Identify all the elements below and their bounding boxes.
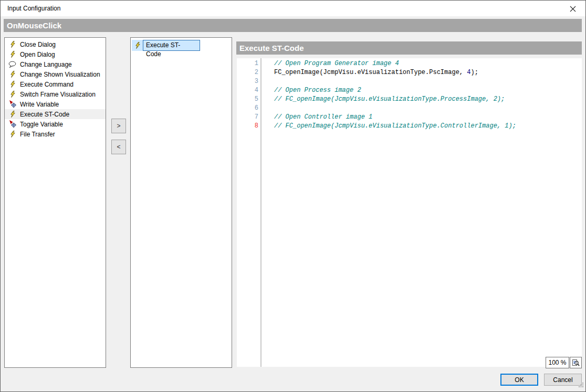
title-bar: Input Configuration bbox=[1, 1, 585, 16]
action-item[interactable]: Change Shown Visualization bbox=[5, 69, 106, 79]
line-number: 3 bbox=[237, 77, 261, 86]
variable-icon bbox=[8, 120, 16, 128]
variable-icon bbox=[8, 100, 16, 108]
action-item[interactable]: Open Dialog bbox=[5, 49, 106, 59]
code-line-text: // FC_openImage(JcmpVisu.eVisualizationT… bbox=[261, 95, 505, 104]
line-number: 7 bbox=[237, 113, 261, 122]
action-item[interactable]: Close Dialog bbox=[5, 39, 106, 49]
zoom-level-field[interactable]: 100 % bbox=[546, 357, 569, 368]
code-line-text: FC_openImage(JcmpVisu.eVisualizationType… bbox=[261, 68, 478, 77]
action-item[interactable]: Write Variable bbox=[5, 99, 106, 109]
remove-action-button[interactable]: < bbox=[111, 140, 126, 154]
code-line: 4// Open Process image 2 bbox=[237, 86, 582, 95]
action-item[interactable]: Toggle Variable bbox=[5, 119, 106, 129]
resize-grip[interactable] bbox=[579, 380, 584, 390]
lightning-icon bbox=[133, 41, 141, 49]
lightning-icon bbox=[8, 110, 16, 118]
action-item-label: Execute ST-Code bbox=[20, 111, 69, 118]
action-item[interactable]: Execute ST-Code bbox=[5, 109, 106, 119]
action-item-label: Open Dialog bbox=[20, 51, 55, 58]
available-actions-list[interactable]: Close DialogOpen DialogChange LanguageCh… bbox=[4, 37, 106, 368]
code-line: 3 bbox=[237, 77, 582, 86]
add-action-button[interactable]: > bbox=[111, 119, 126, 133]
line-number: 2 bbox=[237, 68, 261, 77]
code-line-text: // FC_openImage(JcmpVisu.eVisualizationT… bbox=[261, 122, 516, 131]
code-line: 2FC_openImage(JcmpVisu.eVisualizationTyp… bbox=[237, 68, 582, 77]
speech-icon bbox=[8, 60, 16, 68]
code-segment-code: FC_openImage(JcmpVisu.eVisualizationType… bbox=[274, 69, 467, 76]
action-item-label: File Transfer bbox=[20, 131, 55, 138]
action-item-label: Write Variable bbox=[20, 101, 59, 108]
action-item-label: Close Dialog bbox=[20, 41, 56, 48]
selected-action-label: Execute ST-Code bbox=[143, 40, 200, 51]
code-line-text: // Open Process image 2 bbox=[261, 86, 361, 95]
code-segment-code: ); bbox=[470, 69, 478, 76]
action-item-label: Switch Frame Visualization bbox=[20, 91, 96, 98]
line-number: 6 bbox=[237, 104, 261, 113]
code-lines: 1// Open Program Generator image 42FC_op… bbox=[237, 59, 582, 131]
lightning-icon bbox=[8, 130, 16, 138]
code-segment-comment: // Open Process image 2 bbox=[274, 87, 361, 94]
code-segment-comment: // Open Program Generator image 4 bbox=[274, 60, 399, 67]
code-line-text: // Open Program Generator image 4 bbox=[261, 59, 399, 68]
code-line: 8// FC_openImage(JcmpVisu.eVisualization… bbox=[237, 122, 582, 131]
lightning-icon bbox=[8, 70, 16, 78]
line-number-error: 8 bbox=[237, 122, 261, 131]
lightning-icon bbox=[8, 90, 16, 98]
code-segment-comment: // Open Controller image 1 bbox=[274, 113, 372, 121]
editor-header: Execute ST-Code bbox=[236, 41, 582, 55]
code-line: 5// FC_openImage(JcmpVisu.eVisualization… bbox=[237, 95, 582, 104]
close-icon[interactable] bbox=[568, 4, 578, 14]
selected-action-item[interactable]: Execute ST-Code bbox=[132, 40, 200, 51]
line-number: 4 bbox=[237, 86, 261, 95]
action-item[interactable]: Switch Frame Visualization bbox=[5, 89, 106, 99]
code-line: 6 bbox=[237, 104, 582, 113]
lightning-icon bbox=[8, 80, 16, 88]
line-number: 1 bbox=[237, 59, 261, 68]
code-line-text bbox=[261, 104, 274, 113]
window-title: Input Configuration bbox=[7, 5, 60, 12]
action-item-label: Change Shown Visualization bbox=[20, 71, 100, 78]
code-line-text: // Open Controller image 1 bbox=[261, 113, 372, 122]
gutter-separator bbox=[260, 58, 261, 367]
document-magnifier-icon[interactable] bbox=[570, 357, 582, 368]
code-line: 1// Open Program Generator image 4 bbox=[237, 59, 582, 68]
action-item[interactable]: Execute Command bbox=[5, 79, 106, 89]
action-item-label: Change Language bbox=[20, 61, 72, 68]
action-item-label: Execute Command bbox=[20, 81, 74, 88]
code-line: 7// Open Controller image 1 bbox=[237, 113, 582, 122]
line-number: 5 bbox=[237, 95, 261, 104]
action-item-label: Toggle Variable bbox=[20, 121, 63, 128]
code-segment-comment: // FC_openImage(JcmpVisu.eVisualizationT… bbox=[274, 96, 505, 103]
st-code-editor[interactable]: 1// Open Program Generator image 42FC_op… bbox=[237, 58, 582, 367]
lightning-icon bbox=[8, 50, 16, 58]
event-header: OnMouseClick bbox=[4, 19, 582, 32]
input-configuration-dialog: Input Configuration OnMouseClick Close D… bbox=[0, 0, 586, 392]
code-line-text bbox=[261, 77, 274, 86]
action-item[interactable]: File Transfer bbox=[5, 129, 106, 139]
code-segment-comment: // FC_openImage(JcmpVisu.eVisualizationT… bbox=[274, 122, 516, 130]
cancel-button[interactable]: Cancel bbox=[544, 374, 582, 386]
lightning-icon bbox=[8, 40, 16, 48]
selected-actions-list[interactable]: Execute ST-Code bbox=[130, 37, 232, 368]
ok-button[interactable]: OK bbox=[500, 374, 538, 386]
action-item[interactable]: Change Language bbox=[5, 59, 106, 69]
